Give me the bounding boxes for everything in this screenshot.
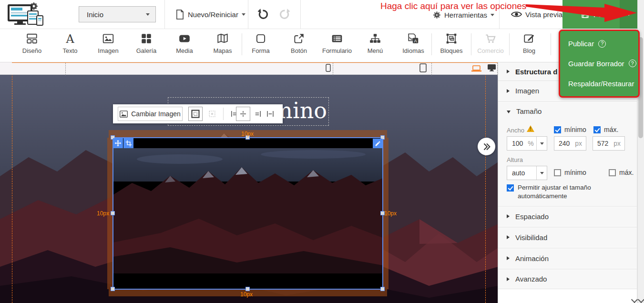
height-unit-dropdown[interactable] — [536, 166, 547, 180]
toolbar-divider — [431, 33, 432, 55]
width-value-input[interactable]: 100 % — [507, 136, 547, 151]
resize-handle-sw[interactable] — [111, 287, 115, 291]
frame-icon — [191, 109, 200, 119]
svg-text:A: A — [65, 32, 74, 45]
shape-icon — [255, 32, 267, 45]
collapse-sidebar-button[interactable] — [478, 138, 495, 155]
chevron-right-icon — [507, 277, 510, 281]
tool-form[interactable]: Formulario — [317, 32, 357, 59]
new-page-icon — [175, 10, 184, 20]
chevron-down-icon — [146, 13, 150, 16]
page-selector[interactable]: Inicio — [79, 6, 156, 22]
laptop-breakpoint-icon[interactable] — [470, 65, 482, 74]
phone-breakpoint-icon[interactable] — [326, 64, 331, 74]
undo-button[interactable] — [256, 8, 269, 23]
width-unit-dropdown[interactable] — [536, 137, 547, 150]
selected-image-element[interactable] — [113, 138, 383, 289]
tool-shape[interactable]: Forma — [241, 32, 281, 59]
tool-blog[interactable]: Blog — [509, 32, 549, 59]
toolbar-divider — [551, 33, 551, 55]
tool-media[interactable]: Media — [164, 32, 204, 59]
gallery-icon — [140, 32, 153, 45]
menu-item-backup-restore[interactable]: Respaldar/Restaurar — [560, 80, 638, 88]
move-element-button[interactable] — [113, 138, 123, 148]
edit-image-button[interactable] — [373, 139, 382, 148]
tool-gallery[interactable]: Galería — [126, 32, 166, 59]
height-max-checkbox[interactable] — [609, 169, 616, 176]
help-icon[interactable]: ? — [598, 40, 606, 48]
tool-text[interactable]: A Texto — [50, 32, 90, 59]
gear-icon — [433, 11, 441, 19]
chevron-down-icon — [507, 111, 511, 113]
left-edge-guide — [12, 62, 12, 303]
section-advanced[interactable]: Avanzado — [498, 269, 637, 289]
align-stretch-button[interactable] — [265, 108, 276, 120]
autofit-checkbox[interactable] — [507, 184, 514, 192]
form-icon — [331, 32, 343, 45]
section-spacing[interactable]: Espaciado — [498, 206, 637, 226]
crop-image-button[interactable] — [123, 138, 133, 148]
no-frame-button[interactable] — [205, 107, 219, 121]
chevron-down-icon — [540, 142, 544, 145]
resize-handle-s[interactable] — [245, 287, 250, 291]
redo-icon — [278, 8, 291, 21]
redo-button[interactable] — [278, 8, 291, 23]
new-reset-button[interactable]: Nuevo/Reiniciar — [175, 0, 245, 29]
chevron-down-icon — [242, 13, 245, 16]
chevron-right-icon — [507, 70, 510, 73]
topbar-divider — [300, 0, 301, 29]
frame-style-button[interactable] — [188, 107, 203, 121]
toolbar-divider — [223, 108, 224, 120]
height-value-input[interactable]: auto — [507, 166, 547, 180]
tablet-breakpoint-icon[interactable] — [419, 63, 427, 74]
resize-handle-se[interactable] — [380, 287, 385, 291]
toolbar-divider — [242, 33, 242, 55]
tool-maps[interactable]: Mapas — [203, 32, 243, 59]
breakpoint-guide — [65, 63, 66, 75]
main-topbar: Inicio Nuevo/Reiniciar Herramientas Vist — [0, 0, 644, 29]
tool-design[interactable]: Diseño — [12, 32, 52, 59]
desktop-breakpoint-icon[interactable] — [487, 64, 496, 73]
topbar-divider — [248, 0, 248, 29]
publish-options-dropdown-button[interactable] — [620, 0, 637, 29]
width-max-input[interactable]: 572 px — [593, 136, 625, 151]
width-max-checkbox[interactable] — [593, 126, 601, 133]
width-min-input[interactable]: 240 px — [554, 136, 586, 151]
breakpoint-guide — [333, 63, 333, 75]
menu-item-save-draft[interactable]: Guardar Borrador ? — [560, 60, 638, 68]
width-min-checkbox[interactable] — [554, 126, 561, 133]
height-min-checkbox[interactable] — [554, 169, 561, 176]
app-logo[interactable] — [7, 2, 45, 28]
image-content-mountains — [113, 138, 383, 289]
margin-label-left: 10px — [97, 210, 109, 217]
chevron-down-icon — [491, 14, 494, 16]
image-icon — [102, 32, 114, 45]
section-animation[interactable]: Animación — [498, 248, 637, 268]
breakpoint-guide — [497, 63, 498, 75]
menu-item-publish[interactable]: Publicar ? — [560, 40, 638, 48]
height-max-label: máx. — [619, 169, 634, 176]
autofit-label: Permitir ajustar el tamaño automáticamen… — [518, 183, 625, 200]
tool-image[interactable]: Imagen — [88, 32, 128, 59]
tool-button[interactable]: Botón — [279, 32, 319, 59]
toolbar-divider — [509, 33, 510, 55]
change-image-button[interactable]: Cambiar Imagen — [118, 107, 183, 121]
section-size[interactable]: Tamaño — [498, 101, 637, 121]
tool-blocks[interactable]: Bloques — [431, 32, 471, 59]
help-icon[interactable]: ? — [629, 60, 636, 67]
tool-languages[interactable]: A Idiomas — [393, 32, 433, 59]
dashed-box-icon — [207, 109, 217, 119]
tool-menu[interactable]: Menú — [355, 32, 395, 59]
height-label: Altura — [507, 156, 523, 163]
section-visibility[interactable]: Visibilidad — [498, 227, 637, 247]
resize-handle-w[interactable] — [111, 211, 115, 215]
double-chevron-right-icon — [481, 141, 492, 152]
chevron-right-icon — [507, 214, 510, 218]
width-min-label: mínimo — [564, 126, 586, 133]
width-max-label: máx. — [604, 126, 618, 133]
align-center-button[interactable] — [236, 107, 250, 121]
width-label: Ancho — [507, 127, 524, 134]
align-right-button[interactable] — [253, 108, 263, 120]
tutorial-annotation-text: Haga clic aquí para ver las opciones — [380, 1, 526, 11]
layout-icon — [26, 32, 38, 45]
